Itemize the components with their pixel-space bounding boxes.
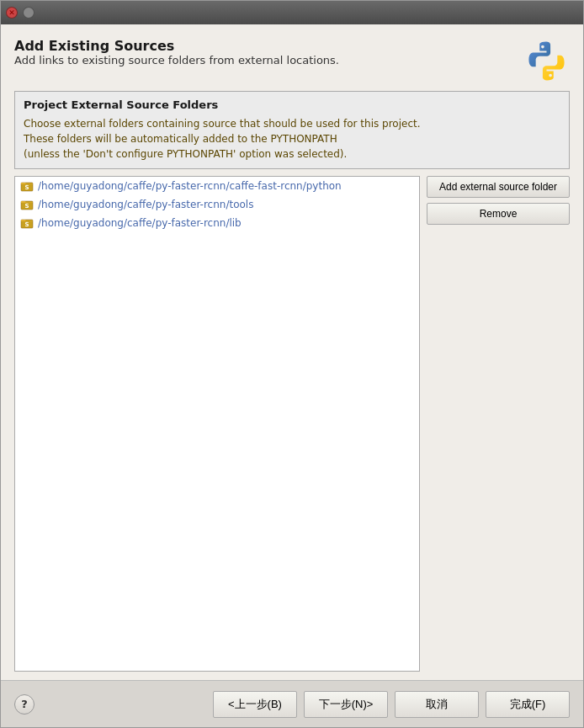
folder-path-2: /home/guyadong/caffe/py-faster-rcnn/lib xyxy=(38,217,242,229)
minimize-button[interactable] xyxy=(23,7,35,19)
main-window: ✕ Add Existing Sources Add links to exis… xyxy=(0,0,584,728)
next-button[interactable]: 下一步(N)> xyxy=(304,691,388,718)
python-logo xyxy=(523,38,570,84)
folders-area: S /home/guyadong/caffe/py-faster-rcnn/ca… xyxy=(14,176,570,680)
close-icon: ✕ xyxy=(8,8,15,17)
title-bar: ✕ xyxy=(1,1,583,24)
svg-text:S: S xyxy=(24,184,29,191)
help-icon: ? xyxy=(21,698,28,710)
remove-button[interactable]: Remove xyxy=(427,203,570,225)
folder-icon-1: S xyxy=(20,198,34,211)
section-box: Project External Source Folders Choose e… xyxy=(14,91,570,169)
close-button[interactable]: ✕ xyxy=(6,7,18,19)
cancel-button[interactable]: 取消 xyxy=(395,691,479,718)
main-content: Add Existing Sources Add links to existi… xyxy=(1,24,583,680)
folder-list[interactable]: S /home/guyadong/caffe/py-faster-rcnn/ca… xyxy=(14,176,420,672)
section-desc-line2: These folders will be automatically adde… xyxy=(24,133,337,145)
section-description: Choose external folders containing sourc… xyxy=(24,116,560,162)
add-external-button[interactable]: Add external source folder xyxy=(427,176,570,198)
folder-icon-0: S xyxy=(20,179,34,193)
header-row: Add Existing Sources Add links to existi… xyxy=(14,38,570,84)
folder-item-2[interactable]: S /home/guyadong/caffe/py-faster-rcnn/li… xyxy=(15,214,419,232)
header-left: Add Existing Sources Add links to existi… xyxy=(14,38,339,78)
side-buttons: Add external source folder Remove xyxy=(427,176,570,672)
back-button[interactable]: <上一步(B) xyxy=(213,691,297,718)
folder-icon-2: S xyxy=(20,216,34,230)
folder-path-1: /home/guyadong/caffe/py-faster-rcnn/tool… xyxy=(38,199,253,210)
help-button[interactable]: ? xyxy=(14,694,35,715)
svg-text:S: S xyxy=(24,221,29,228)
finish-button[interactable]: 完成(F) xyxy=(486,691,570,718)
page-title: Add Existing Sources xyxy=(14,38,339,54)
section-desc-line1: Choose external folders containing sourc… xyxy=(24,118,421,130)
folder-item-0[interactable]: S /home/guyadong/caffe/py-faster-rcnn/ca… xyxy=(15,177,419,195)
folder-item-1[interactable]: S /home/guyadong/caffe/py-faster-rcnn/to… xyxy=(15,195,419,214)
svg-text:S: S xyxy=(24,203,29,210)
header-description: Add links to existing source folders fro… xyxy=(14,54,339,66)
folder-path-0: /home/guyadong/caffe/py-faster-rcnn/caff… xyxy=(38,180,342,192)
bottom-bar: ? <上一步(B) 下一步(N)> 取消 完成(F) xyxy=(1,680,583,727)
section-title: Project External Source Folders xyxy=(24,98,560,111)
section-desc-line3: (unless the 'Don't configure PYTHONPATH'… xyxy=(24,148,347,160)
